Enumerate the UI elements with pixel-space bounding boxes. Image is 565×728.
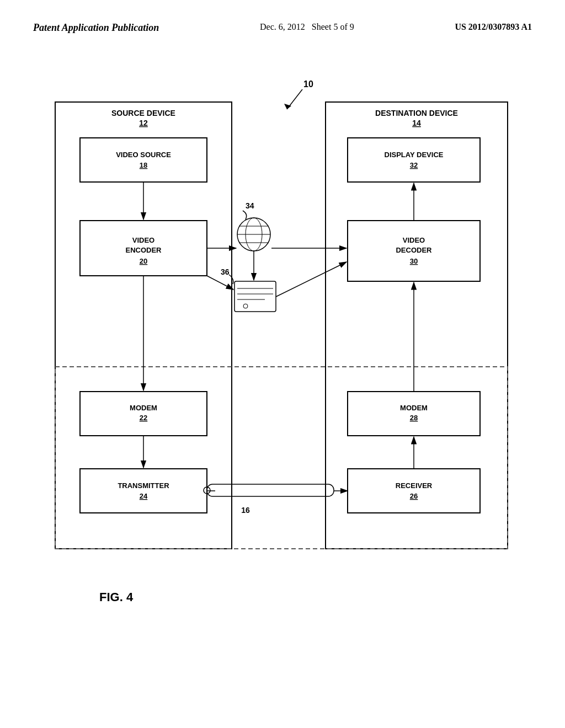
svg-text:DESTINATION DEVICE: DESTINATION DEVICE [375,109,458,117]
svg-rect-27 [207,484,334,496]
sheet-info: Sheet 5 of 9 [312,22,354,31]
svg-text:30: 30 [410,257,418,265]
svg-line-64 [276,262,347,297]
figure-svg: 10 SOURCE DEVICE 12 DESTINATION DEVICE 1… [33,72,530,623]
svg-text:VIDEO SOURCE: VIDEO SOURCE [116,151,171,159]
svg-text:TRANSMITTER: TRANSMITTER [118,481,169,490]
svg-point-59 [243,304,248,308]
svg-text:12: 12 [139,119,148,127]
svg-text:DECODER: DECODER [396,246,432,254]
svg-text:10: 10 [303,79,313,89]
svg-text:28: 28 [410,414,418,422]
svg-text:22: 22 [140,414,147,422]
svg-rect-55 [234,281,276,312]
svg-line-63 [207,276,233,290]
svg-text:FIG. 4: FIG. 4 [99,590,134,604]
svg-text:24: 24 [140,492,148,500]
svg-text:20: 20 [140,257,147,265]
svg-text:MODEM: MODEM [400,404,428,412]
svg-text:26: 26 [410,492,418,500]
page-header: Patent Application Publication Dec. 6, 2… [0,22,565,34]
header-center: Dec. 6, 2012 Sheet 5 of 9 [260,22,354,32]
svg-rect-9 [55,367,508,549]
svg-rect-32 [348,469,480,513]
svg-text:34: 34 [246,201,254,210]
svg-text:VIDEO: VIDEO [403,236,425,244]
svg-text:16: 16 [241,506,250,515]
svg-text:MODEM: MODEM [130,404,157,412]
publication-title: Patent Application Publication [33,22,159,34]
svg-text:18: 18 [140,161,147,169]
svg-text:SOURCE DEVICE: SOURCE DEVICE [111,109,175,117]
publication-date: Dec. 6, 2012 [260,22,305,31]
svg-rect-10 [80,138,207,182]
svg-rect-45 [348,138,480,182]
svg-text:36: 36 [221,267,230,276]
svg-text:14: 14 [412,119,421,127]
svg-text:ENCODER: ENCODER [125,246,162,254]
svg-text:RECEIVER: RECEIVER [396,481,433,490]
svg-text:DISPLAY DEVICE: DISPLAY DEVICE [385,151,444,159]
svg-text:VIDEO: VIDEO [132,236,154,244]
patent-number: US 2012/0307893 A1 [455,22,532,32]
svg-text:32: 32 [410,161,418,169]
svg-rect-24 [80,469,207,513]
